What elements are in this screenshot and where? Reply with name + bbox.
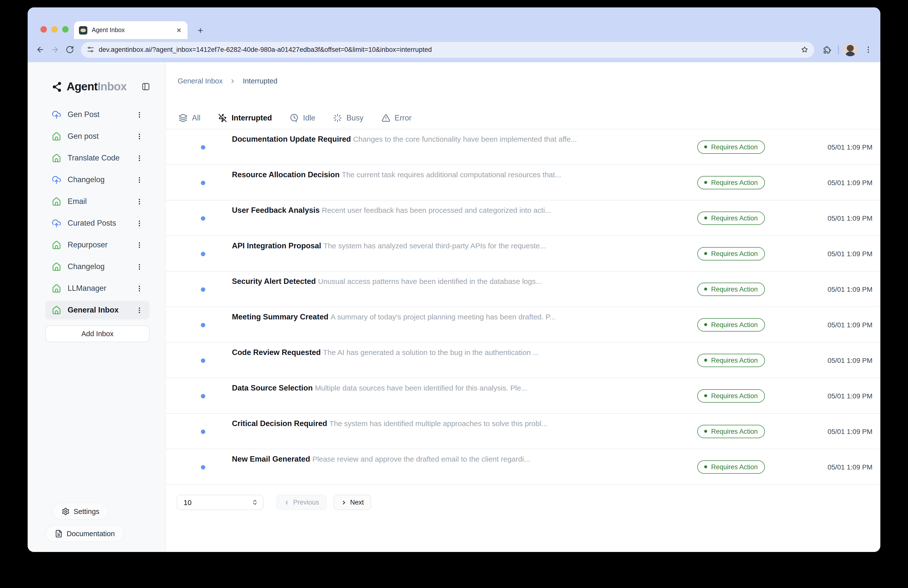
sidebar-item-general-inbox[interactable]: General Inbox xyxy=(45,301,150,319)
thread-row-user-feedback-analysis[interactable]: User Feedback Analysis Recent user feedb… xyxy=(166,200,881,236)
layers-icon xyxy=(179,114,188,122)
thread-timestamp: 05/01 1:09 PM xyxy=(828,321,873,329)
kebab-menu-icon[interactable] xyxy=(136,198,143,205)
unread-dot-icon xyxy=(201,145,205,149)
extensions-icon[interactable] xyxy=(820,43,833,56)
status-badge: Requires Action xyxy=(697,282,765,296)
thread-description: Unusual access patterns have been identi… xyxy=(318,277,542,285)
filter-tab-interrupted[interactable]: Interrupted xyxy=(218,114,272,122)
unread-dot-icon xyxy=(201,216,205,221)
status-dot-icon xyxy=(704,252,707,255)
browser-menu-icon[interactable] xyxy=(861,43,874,56)
chevrons-up-down-icon xyxy=(252,499,258,506)
thread-row-new-email-generated[interactable]: New Email Generated Please review and ap… xyxy=(166,449,881,485)
kebab-menu-icon[interactable] xyxy=(136,176,143,184)
document-icon xyxy=(55,530,63,537)
browser-toolbar: dev.agentinbox.ai/?agent_inbox=1412ef7e-… xyxy=(27,39,881,62)
browser-window: Agent Inbox ✕ + dev.agentinbox.ai/?agent… xyxy=(27,7,881,552)
sidebar: AgentInbox Gen Post Gen pos xyxy=(27,62,166,552)
pagination: 10 Previous Next xyxy=(177,495,881,510)
previous-page-button[interactable]: Previous xyxy=(276,495,327,510)
close-tab-icon[interactable]: ✕ xyxy=(175,26,183,34)
thread-row-security-alert-detected[interactable]: Security Alert Detected Unusual access p… xyxy=(166,272,881,307)
cloud-upload-icon xyxy=(52,110,61,119)
forward-icon[interactable] xyxy=(48,43,61,56)
profile-avatar[interactable] xyxy=(844,43,856,56)
thread-timestamp: 05/01 1:09 PM xyxy=(828,392,873,400)
sidebar-item-gen-post[interactable]: Gen Post xyxy=(45,105,150,124)
settings-button[interactable]: Settings xyxy=(52,503,109,520)
thread-row-api-integration-proposal[interactable]: API Integration Proposal The system has … xyxy=(166,236,881,272)
address-bar[interactable]: dev.agentinbox.ai/?agent_inbox=1412ef7e-… xyxy=(81,42,814,58)
next-page-button[interactable]: Next xyxy=(333,495,371,510)
status-badge: Requires Action xyxy=(697,247,765,260)
tab-title: Agent Inbox xyxy=(92,27,171,34)
thread-row-documentation-update-required[interactable]: Documentation Update Required Changes to… xyxy=(166,129,881,165)
filter-tab-all[interactable]: All xyxy=(179,114,200,122)
svg-text:z: z xyxy=(295,119,297,123)
kebab-menu-icon[interactable] xyxy=(136,306,143,314)
bookmark-star-icon[interactable] xyxy=(801,46,808,53)
page-size-select[interactable]: 10 xyxy=(177,495,264,510)
toolbar-right xyxy=(820,43,874,56)
browser-tab[interactable]: Agent Inbox ✕ xyxy=(74,21,188,39)
unread-dot-icon xyxy=(201,394,205,398)
alert-triangle-icon xyxy=(381,114,390,122)
thread-description: The AI has generated a solution to the b… xyxy=(323,348,539,356)
url-text: dev.agentinbox.ai/?agent_inbox=1412ef7e-… xyxy=(99,46,797,53)
kebab-menu-icon[interactable] xyxy=(136,263,143,270)
collapse-sidebar-icon[interactable] xyxy=(142,82,150,91)
thread-row-critical-decision-required[interactable]: Critical Decision Required The system ha… xyxy=(166,414,881,449)
kebab-menu-icon[interactable] xyxy=(136,154,143,162)
thread-title: Meeting Summary Created xyxy=(232,313,328,321)
thread-row-code-review-requested[interactable]: Code Review Requested The AI has generat… xyxy=(166,343,881,378)
sidebar-item-changelog[interactable]: Changelog xyxy=(45,170,150,189)
inbox-list: Gen Post Gen post Translate Code xyxy=(27,105,165,319)
thread-row-meeting-summary-created[interactable]: Meeting Summary Created A summary of tod… xyxy=(166,307,881,343)
sidebar-item-email[interactable]: Email xyxy=(45,192,150,211)
filter-tab-error[interactable]: Error xyxy=(381,114,412,122)
status-dot-icon xyxy=(704,181,707,184)
chevron-right-icon xyxy=(229,78,236,84)
traffic-lights xyxy=(40,26,69,32)
kebab-menu-icon[interactable] xyxy=(136,111,143,118)
thread-row-data-source-selection[interactable]: Data Source Selection Multiple data sour… xyxy=(166,378,881,414)
add-inbox-button[interactable]: Add Inbox xyxy=(45,325,150,342)
status-badge: Requires Action xyxy=(697,318,765,331)
site-info-icon[interactable] xyxy=(87,46,94,53)
status-filter-tabs: All Interrupted z Idle xyxy=(179,111,881,126)
status-dot-icon xyxy=(704,465,707,468)
thread-timestamp: 05/01 1:09 PM xyxy=(828,214,873,222)
sidebar-item-gen-post[interactable]: Gen post xyxy=(45,127,150,146)
app-title: AgentInbox xyxy=(67,80,127,93)
filter-tab-busy[interactable]: Busy xyxy=(333,114,364,122)
minimize-window-button[interactable] xyxy=(52,26,58,32)
status-dot-icon xyxy=(704,394,707,397)
thread-title: New Email Generated xyxy=(232,455,310,463)
sidebar-item-curated-posts[interactable]: Curated Posts xyxy=(45,214,150,232)
unread-dot-icon xyxy=(201,465,205,469)
kebab-menu-icon[interactable] xyxy=(136,132,143,140)
thread-title: Security Alert Detected xyxy=(232,277,316,285)
kebab-menu-icon[interactable] xyxy=(136,285,143,292)
breadcrumb-parent[interactable]: General Inbox xyxy=(178,77,222,85)
kebab-menu-icon[interactable] xyxy=(136,241,143,248)
sidebar-item-repurposer[interactable]: Repurposer xyxy=(45,235,150,254)
thread-title: Code Review Requested xyxy=(232,348,321,356)
filter-tab-idle[interactable]: z Idle xyxy=(290,114,316,122)
sidebar-item-llmanager[interactable]: LLManager xyxy=(45,279,150,298)
thread-title: Data Source Selection xyxy=(232,383,312,392)
sidebar-item-translate-code[interactable]: Translate Code xyxy=(45,148,150,168)
close-window-button[interactable] xyxy=(40,26,47,32)
reload-icon[interactable] xyxy=(63,43,76,56)
new-tab-button[interactable]: + xyxy=(195,25,206,36)
thread-row-resource-allocation-decision[interactable]: Resource Allocation Decision The current… xyxy=(166,165,881,200)
status-badge: Requires Action xyxy=(697,389,765,403)
chevron-left-icon xyxy=(284,499,290,505)
sidebar-item-changelog[interactable]: Changelog xyxy=(45,257,150,276)
zoom-window-button[interactable] xyxy=(62,26,69,32)
kebab-menu-icon[interactable] xyxy=(136,219,143,227)
back-icon[interactable] xyxy=(34,43,47,56)
documentation-button[interactable]: Documentation xyxy=(45,525,124,542)
loader-icon xyxy=(333,114,342,122)
